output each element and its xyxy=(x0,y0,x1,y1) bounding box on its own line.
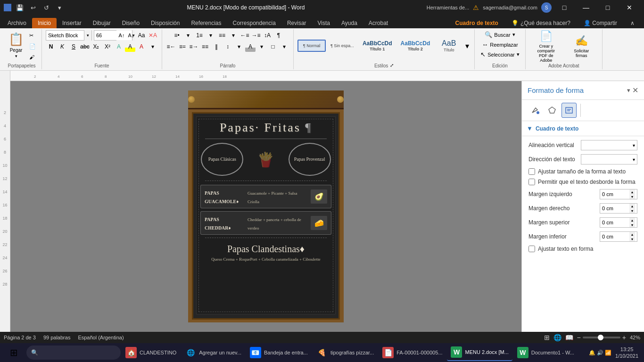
margen-der-input[interactable]: 0 cm ▲ ▼ xyxy=(600,203,637,214)
cut-btn[interactable]: ✂ xyxy=(27,30,38,41)
decrease-indent-btn[interactable]: ←≡ xyxy=(239,30,250,41)
style-titulo1[interactable]: AaBbCcDd Título 1 xyxy=(359,37,396,54)
collapse-ribbon-btn[interactable]: ∧ xyxy=(625,18,640,28)
margen-izq-down[interactable]: ▼ xyxy=(629,194,635,199)
borders-btn[interactable]: □ xyxy=(268,41,278,52)
margen-der-down[interactable]: ▼ xyxy=(629,208,635,213)
tab-diseno[interactable]: Diseño xyxy=(116,18,145,28)
document-area[interactable]: CLANDESTINO Papas· Fritas ¶ xyxy=(10,81,521,332)
numbering-arrow[interactable]: ▾ xyxy=(206,30,216,41)
fill-tool-btn[interactable] xyxy=(528,103,543,118)
col-break-btn[interactable]: ‖ xyxy=(211,41,222,52)
text-tool-btn[interactable] xyxy=(561,103,577,118)
ajustar-texto-forma-checkbox[interactable] xyxy=(528,246,535,252)
alineacion-combo[interactable]: ▾ xyxy=(581,140,637,150)
taskbar-pdf[interactable]: 📄 FA-00001-000005... xyxy=(379,344,446,361)
align-right-btn[interactable]: ≡→ xyxy=(189,41,199,52)
font-color-arrow[interactable]: ▾ xyxy=(148,41,158,52)
styles-expand-btn[interactable]: ⤢ xyxy=(390,63,394,68)
clear-format-btn[interactable]: ✕A xyxy=(148,30,158,41)
paste-button[interactable]: 📋 Pegar ▾ xyxy=(6,30,26,60)
tab-insertar[interactable]: Insertar xyxy=(57,18,87,28)
save-btn[interactable]: 💾 xyxy=(14,2,25,13)
layout-read-btn[interactable]: 📖 xyxy=(565,334,573,341)
section-header-cuadro[interactable]: ▼ Cuadro de texto xyxy=(522,121,644,136)
italic-btn[interactable]: K xyxy=(57,41,67,52)
taskbar-search[interactable]: 🔍 xyxy=(26,346,121,360)
margen-inf-up[interactable]: ▲ xyxy=(629,232,635,237)
permitir-desborde-checkbox[interactable] xyxy=(528,179,535,185)
tab-disposicion[interactable]: Disposición xyxy=(145,18,185,28)
panel-shrink-btn[interactable]: ▾ xyxy=(627,87,630,94)
sort-btn[interactable]: ↕A xyxy=(262,30,272,41)
style-normal[interactable]: ¶ Normal xyxy=(297,40,326,52)
margen-izq-input[interactable]: 0 cm ▲ ▼ xyxy=(600,189,637,199)
tab-ayuda[interactable]: Ayuda xyxy=(336,18,363,28)
margen-sup-input[interactable]: 0 cm ▲ ▼ xyxy=(600,217,637,228)
taskbar-word2[interactable]: W Documento1 - W... xyxy=(513,344,578,361)
style-sin-espacio[interactable]: ¶ Sin espa... xyxy=(327,41,358,51)
zoom-in-btn[interactable]: + xyxy=(622,334,626,341)
font-grow-btn[interactable]: A↑ xyxy=(117,30,126,41)
text-effects-btn[interactable]: A xyxy=(114,41,124,52)
multilevel-arrow[interactable]: ▾ xyxy=(228,30,239,41)
font-name-dropdown[interactable]: ▾ xyxy=(84,30,91,41)
bold-btn[interactable]: N xyxy=(46,41,56,52)
zoom-out-btn[interactable]: − xyxy=(577,334,581,341)
minimize-btn[interactable]: — xyxy=(575,0,597,15)
increase-indent-btn[interactable]: →≡ xyxy=(251,30,261,41)
start-button[interactable]: ⊞ xyxy=(2,344,25,361)
margen-inf-down[interactable]: ▼ xyxy=(629,237,635,241)
line-spacing-btn[interactable]: ↕ xyxy=(223,41,233,52)
replace-btn[interactable]: ↔ Reemplazar xyxy=(480,40,520,49)
underline-btn[interactable]: S xyxy=(68,41,79,52)
font-size-combo[interactable]: 66 ▾ xyxy=(94,30,116,41)
justify-btn[interactable]: ≡≡ xyxy=(200,41,210,52)
tab-correspondencia[interactable]: Correspondencia xyxy=(227,18,281,28)
close-btn[interactable]: ✕ xyxy=(619,0,640,15)
style-titulo[interactable]: AaB Título xyxy=(435,36,463,55)
font-name-combo[interactable]: Sketch Block ▾ xyxy=(46,30,92,41)
font-shrink-btn[interactable]: A↓ xyxy=(127,30,135,41)
margen-sup-up[interactable]: ▲ xyxy=(629,218,635,222)
undo-btn[interactable]: ↩ xyxy=(27,2,39,13)
tab-referencias[interactable]: Referencias xyxy=(185,18,227,28)
taskbar-clandestino[interactable]: 🏠 CLANDESTINO xyxy=(122,344,180,361)
margen-izq-up[interactable]: ▲ xyxy=(629,189,635,194)
margen-sup-down[interactable]: ▼ xyxy=(629,222,635,227)
show-formatting-btn[interactable]: ¶ xyxy=(273,30,284,41)
superscript-btn[interactable]: X² xyxy=(102,41,113,52)
font-color-btn[interactable]: A xyxy=(136,41,147,52)
ribbon-collapse-btn[interactable]: □ xyxy=(553,0,575,15)
strikethrough-btn[interactable]: abc xyxy=(80,41,90,52)
numbering-btn[interactable]: 1≡ xyxy=(194,30,205,41)
shading-arrow[interactable]: ▾ xyxy=(256,41,267,52)
zoom-slider[interactable] xyxy=(583,337,620,338)
align-left-btn[interactable]: ≡← xyxy=(166,41,176,52)
create-pdf-btn[interactable]: 📄 Crear y compartir PDF de Adobe xyxy=(529,32,563,60)
user-avatar[interactable]: S xyxy=(541,2,552,13)
margen-inf-input[interactable]: 0 cm ▲ ▼ xyxy=(600,231,637,242)
multilevel-btn[interactable]: ≡≡ xyxy=(217,30,227,41)
layout-web-btn[interactable]: 🌐 xyxy=(553,334,561,341)
panel-close-btn[interactable]: ✕ xyxy=(632,86,638,95)
taskbar-word1[interactable]: W MENU 2.docx [M... xyxy=(447,344,512,361)
line-spacing-arrow[interactable]: ▾ xyxy=(234,41,244,52)
que-desea-btn[interactable]: 💡 ¿Qué desea hacer? xyxy=(506,18,576,28)
find-btn[interactable]: 🔍 Buscar ▾ xyxy=(483,30,517,39)
effects-tool-btn[interactable] xyxy=(545,103,560,118)
compartir-btn[interactable]: 👤 Compartir xyxy=(578,18,623,28)
bullets-btn[interactable]: ≡• xyxy=(172,30,182,41)
format-painter-btn[interactable]: 🖌 xyxy=(27,52,38,62)
highlight-btn[interactable]: A xyxy=(125,41,135,52)
copy-btn[interactable]: 📄 xyxy=(27,41,38,51)
subscript-btn[interactable]: X₂ xyxy=(91,41,101,52)
shading-btn[interactable]: A xyxy=(245,41,256,52)
tab-dibujar[interactable]: Dibujar xyxy=(87,18,116,28)
bullets-arrow[interactable]: ▾ xyxy=(183,30,193,41)
borders-arrow[interactable]: ▾ xyxy=(279,41,289,52)
direccion-combo[interactable]: ▾ xyxy=(581,154,637,165)
select-btn[interactable]: ↖ Seleccionar ▾ xyxy=(479,50,521,59)
align-center-btn[interactable]: ≡= xyxy=(177,41,188,52)
margen-der-up[interactable]: ▲ xyxy=(629,204,635,208)
